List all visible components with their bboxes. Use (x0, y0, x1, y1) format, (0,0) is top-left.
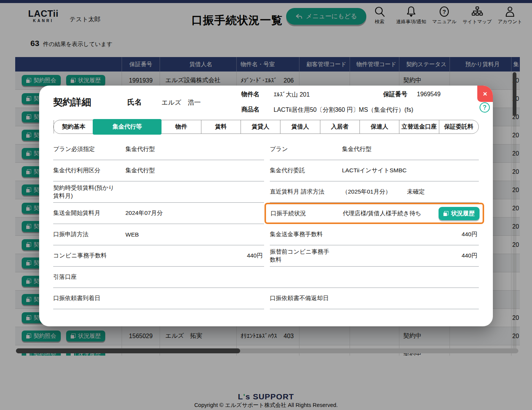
field-value: （2025年01月分） (342, 188, 391, 196)
modal-tab[interactable]: 保連人 (359, 120, 399, 133)
hoshou-value: 1969549 (417, 91, 440, 98)
modal-tab[interactable]: 賃貸人 (241, 120, 280, 133)
field-label: 口振依頼書到着日 (53, 294, 125, 302)
field-value: 2024年07月分 (125, 209, 264, 217)
shouhin-value: LACTii居住用50〔分割360 円〕MS（集金代行）(fs) (274, 106, 413, 114)
field-value: 440円 (125, 252, 264, 260)
field-conbini-fee: コンビニ事務手数料 440円 (53, 245, 264, 267)
field-label: 口振申請方法 (53, 230, 125, 238)
modal-field-grid: プラン必須指定 集金代行型 プラン 集金代行型 集金代行利用区分 集金代行型 集… (53, 139, 479, 309)
field-iraisho-fubi-henkyaku: 口振依頼書不備返却日 (270, 288, 479, 309)
field-plan: プラン 集金代行型 (270, 139, 479, 160)
field-keiyakuji-juryou: 契約時受領賃料(預かり 賃料月) (53, 181, 264, 203)
shouhin-label: 商品名 (241, 106, 260, 114)
field-label: コンビニ事務手数料 (53, 252, 125, 260)
field-koufuri-shinsei: 口振申請方法 WEB (53, 224, 264, 245)
field-label: 集送金開始賃料月 (53, 209, 125, 217)
name-label: 氏名 (127, 97, 142, 107)
modal-tab[interactable]: 集金代行等 (93, 119, 162, 135)
help-icon[interactable]: ? (480, 102, 490, 113)
name-value: エルズ 浩一 (162, 98, 201, 107)
field-value: 集金代行型 (125, 167, 264, 175)
field-kouza-furikae-status-highlighted: 口振手続状況 代理店様/賃借人様手続き待ち 状況履歴 (264, 203, 484, 224)
bukken-value: ｴﾙｽﾞ大山 201 (274, 91, 310, 99)
modal-tab[interactable]: 立替送金口座 (399, 120, 439, 133)
field-iraisho-touchaku: 口振依頼書到着日 (53, 288, 264, 309)
field-plan-hissu: プラン必須指定 集金代行型 (53, 139, 264, 160)
modal-tab[interactable]: 賃借人 (280, 120, 320, 133)
field-value: 代理店様/賃借人様手続き待ち (343, 210, 421, 218)
modal-tab[interactable]: 入居者 (320, 120, 359, 133)
field-label: 口振依頼書不備返却日 (270, 294, 342, 302)
field-label: 集金代行委託 (270, 167, 342, 175)
field-label: 集金送金事務手数料 (270, 230, 342, 238)
status-history-button[interactable]: 状況履歴 (439, 207, 480, 220)
field-daikou-itaku: 集金代行委託 LACTiiインサイトSMBC (270, 160, 479, 181)
modal-title: 契約詳細 (53, 96, 91, 108)
field-value: 集金代行型 (125, 145, 264, 153)
modal-tab-bar: 契約基本 集金代行等 物件 賃料 賃貸人 賃借人 入居者 保連人 立替送金口座 … (53, 120, 479, 134)
modal-tab[interactable]: 物件 (161, 120, 201, 133)
copy-pages-icon (443, 211, 448, 216)
field-furikaemae-conbini-fee: 振替前コンビニ事務手 数料 440円 (270, 245, 479, 267)
field-shukin-soukin-fee: 集金送金事務手数料 440円 (270, 224, 479, 245)
bukken-label: 物件名 (241, 91, 260, 99)
modal-tab[interactable]: 契約基本 (54, 120, 93, 133)
field-label: 振替前コンビニ事務手 数料 (270, 248, 342, 264)
field-label: 口振手続状況 (271, 210, 343, 218)
field-value: WEB (125, 231, 264, 238)
field-value-secondary: 未確定 (407, 188, 425, 196)
hoshou-label: 保証番号 (383, 91, 407, 99)
field-label: プラン必須指定 (53, 145, 125, 153)
field-value: 440円 (342, 230, 479, 238)
modal-tab[interactable]: 保証委託料 (439, 120, 478, 133)
field-chokkin-chinryou: 直近賃料月 請求方法 （2025年01月分） 未確定 (270, 181, 479, 203)
field-riyou-kubun: 集金代行利用区分 集金代行型 (53, 160, 264, 181)
field-hikiotoshi-kouza: 引落口座 (53, 267, 479, 288)
field-value: 440円 (342, 252, 479, 260)
field-label: 契約時受領賃料(預かり 賃料月) (53, 184, 125, 200)
contract-detail-modal: × ? 契約詳細 氏名 エルズ 浩一 物件名 ｴﾙｽﾞ大山 201 保証番号 1… (39, 86, 493, 326)
field-value: LACTiiインサイトSMBC (342, 167, 479, 175)
field-label: 集金代行利用区分 (53, 167, 125, 175)
field-label: プラン (270, 145, 342, 153)
field-label: 直近賃料月 請求方法 (270, 188, 342, 196)
field-shusoukin-kaishi: 集送金開始賃料月 2024年07月分 (53, 203, 264, 224)
modal-tab[interactable]: 賃料 (201, 120, 241, 133)
field-value: 集金代行型 (342, 145, 479, 153)
field-label: 引落口座 (53, 273, 125, 281)
status-history-label: 状況履歴 (451, 210, 475, 218)
